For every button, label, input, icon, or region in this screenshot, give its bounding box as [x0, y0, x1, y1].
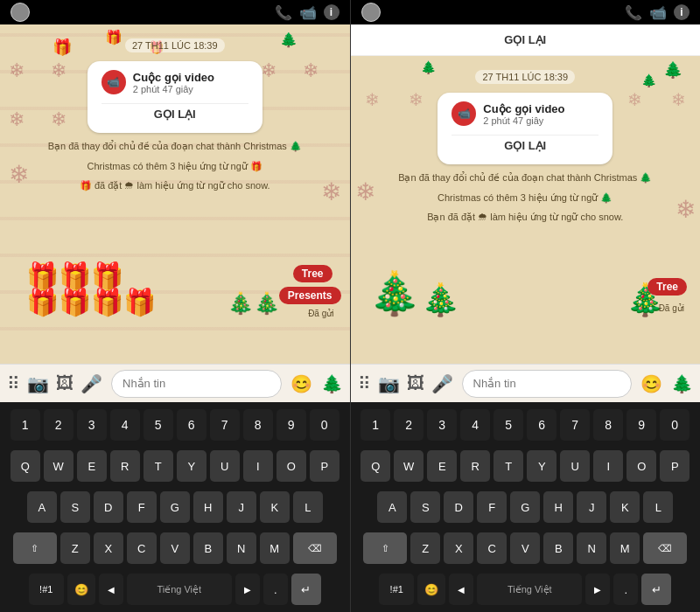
key-q-right[interactable]: Q	[360, 450, 390, 482]
key-space-left[interactable]: Tiếng Việt	[127, 574, 232, 605]
key-s-left[interactable]: S	[60, 491, 90, 523]
key-u-left[interactable]: U	[210, 450, 240, 482]
key-v-left[interactable]: V	[160, 532, 190, 564]
key-space-right[interactable]: Tiếng Việt	[477, 574, 582, 605]
key-a-right[interactable]: A	[377, 491, 407, 523]
christmas-icon-right[interactable]: 🌲	[671, 373, 693, 394]
key-t-right[interactable]: T	[494, 450, 523, 482]
key-1-right[interactable]: 1	[360, 409, 390, 441]
key-lang-next-right[interactable]: ▶	[585, 574, 610, 605]
key-a-left[interactable]: A	[27, 491, 57, 523]
grid-icon-left[interactable]: ⠿	[7, 373, 20, 394]
key-m-right[interactable]: M	[610, 532, 640, 564]
key-w-left[interactable]: W	[44, 450, 74, 482]
key-z-right[interactable]: Z	[410, 532, 440, 564]
key-n-right[interactable]: N	[577, 532, 606, 564]
camera-icon-right[interactable]: 📷	[378, 373, 400, 394]
key-lang-prev-left[interactable]: ◀	[99, 574, 123, 605]
key-6-right[interactable]: 6	[527, 409, 556, 441]
key-z-left[interactable]: Z	[60, 532, 90, 564]
key-x-left[interactable]: X	[94, 532, 123, 564]
key-5-left[interactable]: 5	[144, 409, 173, 441]
key-x-right[interactable]: X	[444, 532, 473, 564]
key-h-left[interactable]: H	[193, 491, 223, 523]
key-8-left[interactable]: 8	[243, 409, 273, 441]
key-k-right[interactable]: K	[610, 491, 640, 523]
key-l-right[interactable]: L	[643, 491, 673, 523]
key-c-left[interactable]: C	[127, 532, 157, 564]
video-icon-right[interactable]: 📹	[649, 4, 667, 21]
call-bubble-left[interactable]: 📹 Cuộc gọi video 2 phút 47 giây GỌI LẠI	[88, 61, 262, 133]
key-e-left[interactable]: E	[77, 450, 107, 482]
key-num-right[interactable]: !#1	[379, 574, 414, 605]
key-g-left[interactable]: G	[160, 491, 190, 523]
key-q-left[interactable]: Q	[10, 450, 40, 482]
key-g-right[interactable]: G	[510, 491, 540, 523]
key-7-left[interactable]: 7	[210, 409, 240, 441]
emoji-icon-left[interactable]: 😊	[290, 373, 312, 394]
key-6-left[interactable]: 6	[177, 409, 206, 441]
key-y-left[interactable]: Y	[177, 450, 206, 482]
key-k-left[interactable]: K	[260, 491, 290, 523]
key-r-left[interactable]: R	[110, 450, 140, 482]
key-d-left[interactable]: D	[94, 491, 123, 523]
key-7-right[interactable]: 7	[560, 409, 590, 441]
message-input-left[interactable]	[111, 370, 282, 398]
key-v-right[interactable]: V	[510, 532, 540, 564]
key-2-left[interactable]: 2	[44, 409, 74, 441]
key-o-right[interactable]: O	[626, 450, 656, 482]
key-n-left[interactable]: N	[227, 532, 256, 564]
key-backspace-right[interactable]: ⌫	[643, 532, 687, 564]
key-h-right[interactable]: H	[543, 491, 573, 523]
key-enter-right[interactable]: ↵	[641, 574, 671, 605]
key-d-right[interactable]: D	[444, 491, 473, 523]
call-bubble-right[interactable]: 📹 Cuộc gọi video 2 phút 47 giây GỌI LẠI	[438, 93, 612, 164]
christmas-icon-left[interactable]: 🌲	[321, 373, 343, 394]
key-backspace-left[interactable]: ⌫	[293, 532, 337, 564]
key-8-right[interactable]: 8	[593, 409, 623, 441]
key-o-left[interactable]: O	[276, 450, 306, 482]
info-icon-left[interactable]: i	[324, 4, 340, 20]
image-icon-right[interactable]: 🖼	[407, 373, 424, 393]
call-back-button-right[interactable]: GỌI LẠI	[452, 135, 598, 156]
key-0-right[interactable]: 0	[660, 409, 690, 441]
key-lang-prev-right[interactable]: ◀	[449, 574, 473, 605]
call-icon-right[interactable]: 📞	[625, 4, 642, 21]
key-j-left[interactable]: J	[227, 491, 256, 523]
emoji-icon-right[interactable]: 😊	[640, 373, 662, 394]
key-shift-left[interactable]: ⇧	[13, 532, 57, 564]
key-2-right[interactable]: 2	[394, 409, 424, 441]
key-4-left[interactable]: 4	[110, 409, 140, 441]
key-l-left[interactable]: L	[293, 491, 323, 523]
key-f-right[interactable]: F	[477, 491, 507, 523]
info-icon-right[interactable]: i	[674, 4, 690, 20]
key-9-left[interactable]: 9	[276, 409, 306, 441]
key-y-right[interactable]: Y	[527, 450, 556, 482]
key-i-left[interactable]: I	[243, 450, 273, 482]
key-r-right[interactable]: R	[460, 450, 490, 482]
key-3-left[interactable]: 3	[77, 409, 107, 441]
key-4-right[interactable]: 4	[460, 409, 490, 441]
key-0-left[interactable]: 0	[310, 409, 340, 441]
key-period-right[interactable]: .	[613, 574, 638, 605]
image-icon-left[interactable]: 🖼	[56, 373, 74, 393]
key-1-left[interactable]: 1	[10, 409, 40, 441]
key-p-left[interactable]: P	[310, 450, 340, 482]
key-shift-right[interactable]: ⇧	[363, 532, 407, 564]
key-m-left[interactable]: M	[260, 532, 290, 564]
camera-icon-left[interactable]: 📷	[27, 373, 49, 394]
key-s-right[interactable]: S	[410, 491, 440, 523]
call-icon-left[interactable]: 📞	[275, 4, 292, 21]
key-i-right[interactable]: I	[593, 450, 623, 482]
key-num-left[interactable]: !#1	[29, 574, 64, 605]
key-lang-next-left[interactable]: ▶	[235, 574, 260, 605]
key-c-right[interactable]: C	[477, 532, 507, 564]
key-e-right[interactable]: E	[427, 450, 457, 482]
top-call-bar-right[interactable]: GỌI LẠI	[351, 24, 701, 56]
key-emoji-left[interactable]: 😊	[67, 574, 95, 605]
message-input-right[interactable]	[462, 370, 633, 398]
key-emoji-right[interactable]: 😊	[417, 574, 445, 605]
video-icon-left[interactable]: 📹	[299, 4, 317, 21]
key-b-left[interactable]: B	[193, 532, 223, 564]
call-back-button-left[interactable]: GỌI LẠI	[102, 103, 248, 124]
